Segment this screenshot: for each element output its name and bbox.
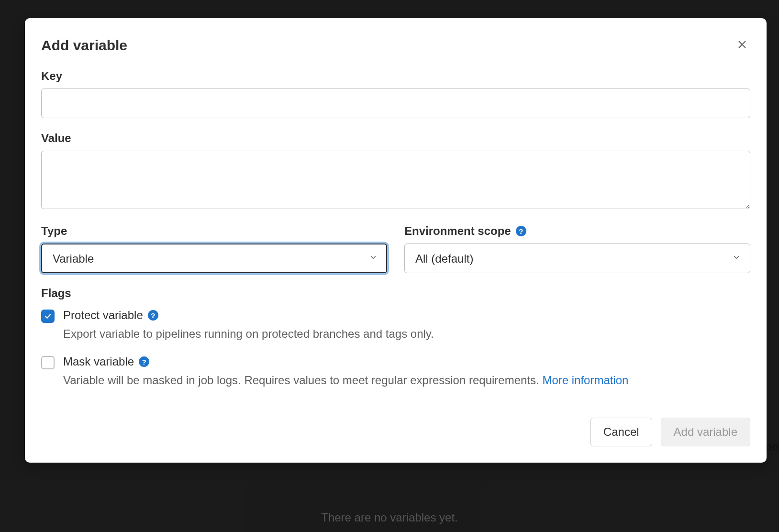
type-select[interactable]: Variable xyxy=(41,244,387,273)
value-label: Value xyxy=(41,132,750,145)
add-variable-modal: Add variable Key Value Type Variable xyxy=(25,18,767,463)
type-scope-row: Type Variable Environment scope ? xyxy=(41,224,750,273)
env-scope-group: Environment scope ? All (default) xyxy=(404,224,750,273)
value-input[interactable] xyxy=(41,151,750,209)
protect-variable-row: Protect variable ? Export variable to pi… xyxy=(41,309,750,343)
mask-variable-desc-text: Variable will be masked in job logs. Req… xyxy=(63,374,542,387)
env-scope-select-wrap: All (default) xyxy=(404,244,750,273)
protect-variable-checkbox[interactable] xyxy=(41,310,55,323)
mask-variable-label[interactable]: Mask variable xyxy=(63,355,134,368)
env-scope-label: Environment scope xyxy=(404,224,511,238)
type-select-wrap: Variable xyxy=(41,244,387,273)
background-empty-text: There are no variables yet. xyxy=(321,511,457,524)
more-information-link[interactable]: More information xyxy=(542,374,628,387)
modal-title: Add variable xyxy=(41,37,127,54)
mask-variable-row: Mask variable ? Variable will be masked … xyxy=(41,355,750,389)
help-icon[interactable]: ? xyxy=(148,310,158,321)
help-icon[interactable]: ? xyxy=(516,226,526,236)
add-variable-button[interactable]: Add variable xyxy=(661,418,750,446)
protect-variable-desc: Export variable to pipelines running on … xyxy=(63,325,750,343)
value-group: Value xyxy=(41,132,750,211)
type-label: Type xyxy=(41,224,67,238)
key-group: Key xyxy=(41,69,750,118)
protect-variable-label[interactable]: Protect variable xyxy=(63,309,143,322)
mask-variable-desc: Variable will be masked in job logs. Req… xyxy=(63,371,750,389)
close-icon xyxy=(737,39,747,51)
env-scope-select[interactable]: All (default) xyxy=(404,244,750,273)
flags-label: Flags xyxy=(41,287,750,300)
cancel-button[interactable]: Cancel xyxy=(590,418,652,446)
flags-section: Flags Protect variable ? Export variable… xyxy=(41,287,750,389)
mask-variable-checkbox[interactable] xyxy=(41,356,55,369)
help-icon[interactable]: ? xyxy=(139,356,149,367)
key-label: Key xyxy=(41,69,750,83)
type-group: Type Variable xyxy=(41,224,387,273)
key-input[interactable] xyxy=(41,89,750,118)
modal-header: Add variable xyxy=(41,36,750,54)
close-button[interactable] xyxy=(734,36,750,54)
modal-footer: Cancel Add variable xyxy=(41,418,750,446)
